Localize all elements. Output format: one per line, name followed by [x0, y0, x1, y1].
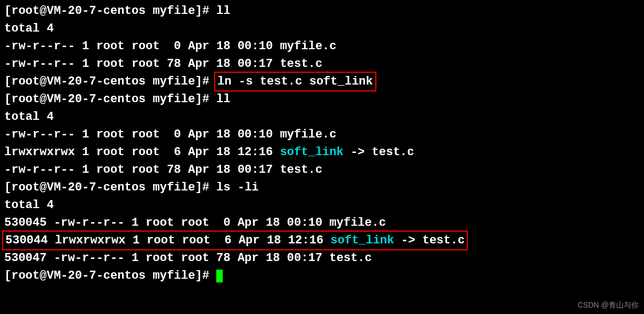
prompt: [root@VM-20-7-centos myfile]#	[4, 75, 216, 88]
watermark: CSDN @青山与你	[578, 300, 639, 311]
terminal-line[interactable]: [root@VM-20-7-centos myfile]#	[4, 267, 640, 285]
file-row: lrwxrwxrwx 1 root root 6 Apr 18 12:16 so…	[4, 143, 640, 161]
file-row: -rw-r--r-- 1 root root 78 Apr 18 00:17 t…	[4, 55, 640, 73]
file-row: 530044 lrwxrwxrwx 1 root root 6 Apr 18 1…	[4, 232, 640, 249]
cursor-icon	[216, 270, 223, 282]
file-meta: 530044 lrwxrwxrwx 1 root root 6 Apr 18 1…	[5, 234, 330, 247]
prompt: [root@VM-20-7-centos myfile]#	[4, 181, 216, 194]
output-total: total 4	[4, 108, 640, 126]
prompt: [root@VM-20-7-centos myfile]#	[4, 4, 216, 18]
symlink-name: soft_link	[330, 234, 394, 247]
highlight-box: 530044 lrwxrwxrwx 1 root root 6 Apr 18 1…	[2, 231, 468, 250]
symlink-target: -> test.c	[344, 145, 414, 159]
file-meta: lrwxrwxrwx 1 root root 6 Apr 18 12:16	[4, 145, 280, 159]
file-row: -rw-r--r-- 1 root root 0 Apr 18 00:10 my…	[4, 37, 640, 55]
file-row: 530045 -rw-r--r-- 1 root root 0 Apr 18 0…	[4, 214, 640, 232]
output-total: total 4	[4, 20, 640, 37]
command: ln -s test.c soft_link	[217, 75, 373, 88]
prompt: [root@VM-20-7-centos myfile]#	[4, 269, 216, 282]
command: ls -li	[216, 181, 259, 194]
terminal-line: [root@VM-20-7-centos myfile]# ls -li	[4, 179, 640, 196]
file-row: -rw-r--r-- 1 root root 78 Apr 18 00:17 t…	[4, 161, 640, 179]
file-row: -rw-r--r-- 1 root root 0 Apr 18 00:10 my…	[4, 126, 640, 143]
command: ll	[216, 4, 230, 18]
command: ll	[216, 93, 230, 106]
highlight-box: ln -s test.c soft_link	[214, 72, 376, 91]
file-row: 530047 -rw-r--r-- 1 root root 78 Apr 18 …	[4, 249, 640, 267]
symlink-name: soft_link	[280, 145, 344, 159]
output-total: total 4	[4, 196, 640, 214]
terminal-line: [root@VM-20-7-centos myfile]# ll	[4, 90, 640, 108]
prompt: [root@VM-20-7-centos myfile]#	[4, 93, 216, 106]
terminal-line: [root@VM-20-7-centos myfile]# ll	[4, 2, 640, 20]
terminal-line: [root@VM-20-7-centos myfile]# ln -s test…	[4, 73, 640, 90]
symlink-target: -> test.c	[394, 234, 465, 247]
